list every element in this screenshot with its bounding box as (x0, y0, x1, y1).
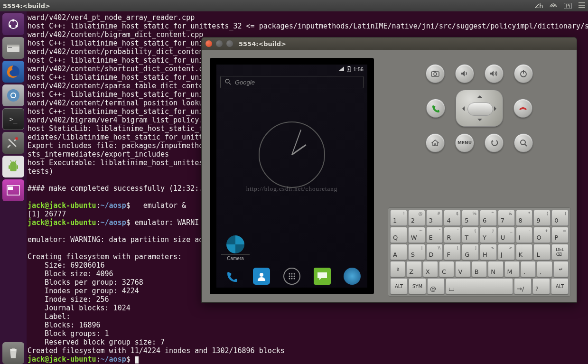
key-DEL[interactable]: DEL⌫ (551, 244, 569, 260)
call-button[interactable] (426, 99, 445, 118)
svg-point-10 (11, 93, 15, 97)
key-E[interactable]: E" (426, 227, 443, 243)
settings-icon[interactable] (2, 132, 24, 154)
key-D[interactable]: D\\ (426, 244, 443, 260)
svg-point-20 (225, 79, 229, 83)
trash-icon[interactable] (2, 342, 24, 364)
phone-frame: 1:56 Google http://blog.csdn.net/chouret… (210, 58, 374, 294)
dpad-left[interactable] (460, 106, 465, 111)
key-6[interactable]: 6^ (480, 210, 497, 226)
analog-clock-widget[interactable] (259, 121, 325, 188)
key-4[interactable]: 4$ (444, 210, 461, 226)
window-close-button[interactable] (205, 40, 212, 47)
dash-icon[interactable] (2, 13, 24, 35)
svg-point-23 (289, 273, 290, 275)
key-5[interactable]: 5% (462, 210, 479, 226)
key-,[interactable]: , (537, 261, 552, 277)
contacts-app-icon[interactable] (253, 268, 270, 285)
home-button[interactable] (426, 133, 445, 152)
key-SYM[interactable]: SYM (409, 278, 426, 294)
key-N[interactable]: N (488, 261, 503, 277)
volume-up-button[interactable] (485, 64, 504, 83)
key-B[interactable]: B (472, 261, 487, 277)
key-S[interactable]: S| (408, 244, 425, 260)
window-maximize-button[interactable] (226, 40, 233, 47)
key-U[interactable]: U_ (498, 227, 515, 243)
end-call-button[interactable] (513, 99, 532, 118)
dpad-up[interactable] (477, 93, 482, 98)
key-7[interactable]: 7& (498, 210, 515, 226)
key-Y[interactable]: Y} (480, 227, 497, 243)
key-.[interactable]: . (521, 261, 536, 277)
key-F[interactable]: F[ (444, 244, 461, 260)
key-?[interactable]: ? (532, 278, 550, 294)
emulator-controls: MENU 1!2@3#4$5%6^7&8*9(0) QW~E"R'T{Y}U_I… (382, 50, 577, 302)
messaging-app-icon[interactable] (314, 268, 331, 285)
key-A[interactable]: A (390, 244, 407, 260)
key-W[interactable]: W~ (408, 227, 425, 243)
power-button[interactable] (514, 64, 533, 83)
key-Z[interactable]: Z (406, 261, 421, 277)
camera-shortcut[interactable]: Camera (221, 235, 250, 261)
key-space[interactable]: ⌴ (446, 278, 513, 294)
key-2[interactable]: 2@ (408, 210, 425, 226)
camera-hw-button[interactable] (426, 64, 445, 83)
key-0[interactable]: 0) (551, 210, 569, 226)
key-C[interactable]: C (439, 261, 454, 277)
key-Q[interactable]: Q (390, 227, 407, 243)
key-@[interactable]: @ (427, 278, 445, 294)
key-H[interactable]: H< (480, 244, 497, 260)
key-ALT[interactable]: ALT (390, 278, 408, 294)
key-⇧[interactable]: ⇧ (390, 261, 405, 277)
key-X[interactable]: X (423, 261, 438, 277)
emulator-titlebar[interactable]: 5554:<build> (202, 37, 577, 50)
key-M[interactable]: M (504, 261, 520, 277)
key-3[interactable]: 3# (426, 210, 443, 226)
key-O[interactable]: O+ (533, 227, 551, 243)
key-G[interactable]: G] (462, 244, 479, 260)
browser-app-icon[interactable] (344, 268, 361, 285)
volume-down-button[interactable] (455, 64, 474, 83)
files-icon[interactable] (2, 37, 24, 59)
search-button[interactable] (514, 133, 533, 152)
google-search-box[interactable]: Google (220, 76, 364, 88)
svg-point-29 (289, 278, 290, 280)
dpad-down[interactable] (477, 119, 482, 123)
phone-screen[interactable]: 1:56 Google http://blog.csdn.net/chouret… (216, 65, 367, 288)
dpad[interactable] (456, 90, 503, 127)
key-R[interactable]: R' (444, 227, 461, 243)
key-K[interactable]: K (516, 244, 533, 260)
key-I[interactable]: I- (516, 227, 533, 243)
input-method-indicator[interactable]: Zh (535, 2, 543, 9)
phone-app-icon[interactable] (223, 268, 240, 285)
key-ALT[interactable]: ALT (551, 278, 569, 294)
svg-point-28 (293, 276, 295, 277)
svg-point-24 (291, 273, 292, 275)
firefox-icon[interactable] (2, 61, 24, 83)
svg-rect-5 (8, 47, 12, 48)
phone-panel: 1:56 Google http://blog.csdn.net/chouret… (202, 50, 382, 302)
network-icon[interactable] (550, 2, 557, 9)
key-L[interactable]: L (533, 244, 551, 260)
menu-button[interactable]: MENU (455, 133, 474, 152)
key-T[interactable]: T{ (462, 227, 479, 243)
menu-icon[interactable] (579, 2, 585, 9)
key-1[interactable]: 1! (390, 210, 407, 226)
workspace-icon[interactable] (2, 179, 24, 201)
android-icon[interactable] (2, 156, 24, 177)
dpad-right[interactable] (494, 106, 499, 111)
back-button[interactable] (485, 133, 504, 152)
key-9[interactable]: 9( (533, 210, 551, 226)
window-minimize-button[interactable] (216, 40, 223, 47)
chromium-icon[interactable] (2, 84, 24, 106)
terminal-icon[interactable]: >_ (2, 108, 24, 130)
svg-point-1 (12, 19, 15, 22)
pi-indicator[interactable]: Pi (564, 3, 572, 9)
key-P[interactable]: P= (551, 227, 569, 243)
apps-drawer-icon[interactable] (283, 268, 300, 285)
key-→/[interactable]: →/ (514, 278, 532, 294)
key-V[interactable]: V (455, 261, 470, 277)
key-J[interactable]: J> (498, 244, 515, 260)
key-enter[interactable]: ↵ (553, 261, 569, 277)
key-8[interactable]: 8* (516, 210, 533, 226)
